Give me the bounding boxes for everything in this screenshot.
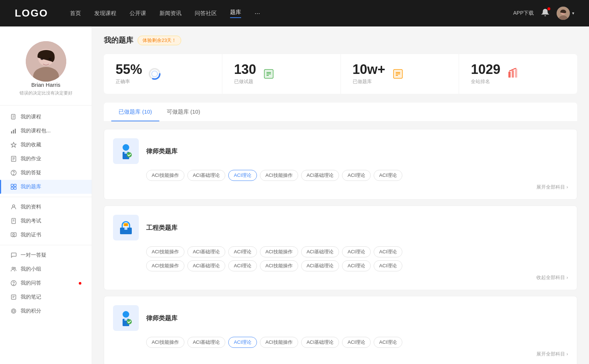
tabs: 已做题库 (10) 可做题库 (10) <box>104 103 577 122</box>
sidebar-label-favorites: 我的收藏 <box>21 142 81 148</box>
tag-eng-13[interactable]: ACI理论 <box>374 260 402 271</box>
circle-chart-icon <box>148 67 161 81</box>
nav-open-course[interactable]: 公开课 <box>130 10 146 17</box>
sidebar-item-my-qa[interactable]: 我的问答 <box>0 276 92 290</box>
svg-rect-25 <box>14 187 16 189</box>
tag-lawyer1-4[interactable]: ACI基础理论 <box>301 170 339 181</box>
tag-lawyer1-5[interactable]: ACI理论 <box>342 170 371 181</box>
sidebar-item-my-questions[interactable]: 我的答疑 <box>0 166 92 180</box>
nav-question-bank[interactable]: 题库 <box>230 9 241 18</box>
nav-news[interactable]: 新闻资讯 <box>159 10 181 17</box>
sidebar-item-homework[interactable]: 我的作业 <box>0 152 92 166</box>
user-avatar-wrapper[interactable]: ▾ <box>557 7 574 20</box>
sidebar-item-my-points[interactable]: 我的积分 <box>0 304 92 318</box>
svg-rect-58 <box>515 69 517 78</box>
svg-point-31 <box>13 234 15 236</box>
stats-row: 55% 正确率 130 已做试题 <box>104 54 577 94</box>
tag-lawyer2-5[interactable]: ACI理论 <box>342 337 371 348</box>
tag-eng-7[interactable]: ACI技能操作 <box>146 260 184 271</box>
qbank-tags-lawyer-1: ACI技能操作 ACI基础理论 ACI理论 ACI技能操作 ACI基础理论 AC… <box>146 170 568 181</box>
tag-lawyer1-3[interactable]: ACI技能操作 <box>260 170 298 181</box>
orange-list-icon <box>391 67 405 81</box>
sidebar-label-my-cert: 我的证书 <box>21 232 81 238</box>
people-icon <box>10 204 17 210</box>
sidebar-item-my-group[interactable]: 我的小组 <box>0 262 92 276</box>
svg-marker-15 <box>11 142 16 147</box>
notification-badge <box>547 7 550 10</box>
sidebar-item-course-package[interactable]: 我的课程包... <box>0 124 92 138</box>
header: LOGO 首页 发现课程 公开课 新闻资讯 问答社区 题库 ··· APP下载 <box>0 0 589 26</box>
expand-engineer[interactable]: 收起全部科目 › <box>113 274 568 281</box>
sidebar-item-my-exam[interactable]: 我的考试 <box>0 214 92 228</box>
header-right: APP下载 ▾ <box>513 7 574 20</box>
sidebar: Brian Harris 错误的决定比没有决定要好 我的课程 我的课程包... <box>0 26 92 364</box>
sidebar-item-favorites[interactable]: 我的收藏 <box>0 138 92 152</box>
sidebar-divider-2 <box>0 197 92 197</box>
tag-eng-4[interactable]: ACI基础理论 <box>301 246 339 257</box>
tag-eng-10[interactable]: ACI技能操作 <box>260 260 298 271</box>
stat-done-qbanks-text: 10w+ 已做题库 <box>353 63 385 85</box>
svg-rect-38 <box>11 295 16 299</box>
sidebar-item-one-on-one[interactable]: 一对一答疑 <box>0 248 92 262</box>
nav-discover[interactable]: 发现课程 <box>94 10 116 17</box>
stat-ranking-value: 1029 <box>471 63 500 76</box>
tag-lawyer2-2[interactable]: ACI理论 <box>228 337 257 348</box>
tag-lawyer2-0[interactable]: ACI技能操作 <box>146 337 184 348</box>
svg-point-67 <box>123 311 129 318</box>
notification-bell[interactable] <box>541 8 549 18</box>
sidebar-item-my-info[interactable]: 我的资料 <box>0 200 92 214</box>
tab-available-qbank[interactable]: 可做题库 (10) <box>159 103 208 121</box>
nav-more[interactable]: ··· <box>254 10 260 17</box>
stat-done-qbanks-label: 已做题库 <box>353 78 385 85</box>
tag-lawyer2-3[interactable]: ACI技能操作 <box>260 337 298 348</box>
tag-lawyer2-4[interactable]: ACI基础理论 <box>301 337 339 348</box>
svg-rect-57 <box>512 70 514 78</box>
tag-lawyer1-0[interactable]: ACI技能操作 <box>146 170 184 181</box>
stat-correct-rate: 55% 正确率 <box>104 54 222 94</box>
tag-eng-11[interactable]: ACI基础理论 <box>301 260 339 271</box>
expand-lawyer-2[interactable]: 展开全部科目 › <box>113 351 568 357</box>
tag-eng-9[interactable]: ACI理论 <box>228 260 257 271</box>
sidebar-item-my-cert[interactable]: 我的证书 <box>0 228 92 242</box>
tag-lawyer2-6[interactable]: ACI理论 <box>374 337 402 348</box>
sidebar-item-my-notes[interactable]: 我的笔记 <box>0 290 92 304</box>
svg-point-42 <box>13 310 15 312</box>
sidebar-label-my-questions: 我的答疑 <box>21 169 81 176</box>
sidebar-label-course-package: 我的课程包... <box>21 128 81 134</box>
sidebar-item-my-qbank[interactable]: 我的题库 <box>0 180 92 194</box>
sidebar-item-my-course[interactable]: 我的课程 <box>0 110 92 124</box>
tag-eng-2[interactable]: ACI理论 <box>228 246 257 257</box>
svg-point-41 <box>11 309 16 313</box>
tag-eng-0[interactable]: ACI技能操作 <box>146 246 184 257</box>
lawyer-icon-2 <box>113 305 139 331</box>
sidebar-menu: 我的课程 我的课程包... 我的收藏 我的作业 <box>0 108 92 320</box>
tag-eng-1[interactable]: ACI基础理论 <box>187 246 226 257</box>
stat-done-questions: 130 已做试题 <box>222 54 341 94</box>
tag-eng-8[interactable]: ACI基础理论 <box>187 260 226 271</box>
expand-lawyer-1[interactable]: 展开全部科目 › <box>113 184 568 190</box>
tab-done-qbank[interactable]: 已做题库 (10) <box>111 103 159 121</box>
stat-ranking-label: 全站排名 <box>471 78 500 85</box>
tag-lawyer1-6[interactable]: ACI理论 <box>374 170 402 181</box>
qbank-name-lawyer-1: 律师类题库 <box>146 147 177 156</box>
stat-ranking-text: 1029 全站排名 <box>471 63 500 85</box>
trial-badge: 体验剩余23天！ <box>138 36 181 45</box>
bar-up-icon <box>506 67 519 81</box>
tag-eng-3[interactable]: ACI技能操作 <box>260 246 298 257</box>
tag-lawyer1-1[interactable]: ACI基础理论 <box>187 170 226 181</box>
main-content: 我的题库 体验剩余23天！ 55% 正确率 <box>92 26 589 364</box>
tag-eng-6[interactable]: ACI理论 <box>374 246 402 257</box>
tag-lawyer2-1[interactable]: ACI基础理论 <box>187 337 226 348</box>
file-icon <box>10 114 17 120</box>
logo: LOGO <box>15 7 48 19</box>
profile-section: Brian Harris 错误的决定比没有决定要好 <box>0 34 92 102</box>
stat-correct-rate-text: 55% 正确率 <box>116 63 142 85</box>
tag-eng-5[interactable]: ACI理论 <box>342 246 371 257</box>
qa-red-dot <box>79 282 81 285</box>
tag-lawyer1-2[interactable]: ACI理论 <box>228 170 257 181</box>
qbank-card-engineer-header: 工程类题库 <box>113 215 568 240</box>
app-download-button[interactable]: APP下载 <box>513 10 534 17</box>
nav-qa[interactable]: 问答社区 <box>195 10 217 17</box>
tag-eng-12[interactable]: ACI理论 <box>342 260 371 271</box>
nav-home[interactable]: 首页 <box>70 10 81 17</box>
